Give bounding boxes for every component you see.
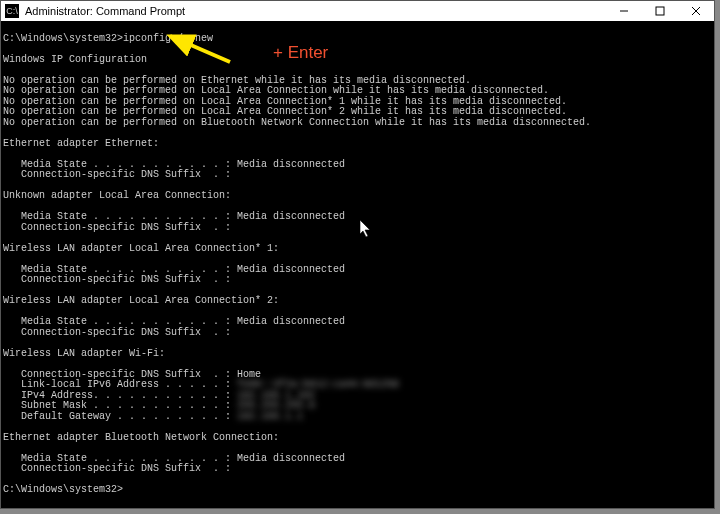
typed-command: ipconfig /renew	[123, 33, 213, 44]
cmd-icon: C:\	[5, 4, 19, 18]
section-line: Connection-specific DNS Suffix . : Home	[3, 369, 261, 380]
noop-line: No operation can be performed on Bluetoo…	[3, 117, 591, 128]
section-line: Media State . . . . . . . . . . . : Medi…	[3, 264, 345, 275]
prompt-line-1: C:\Windows\system32>ipconfig /renew	[3, 33, 213, 44]
noop-line: No operation can be performed on Local A…	[3, 85, 549, 96]
section-line: Connection-specific DNS Suffix . :	[3, 274, 231, 285]
noop-line: No operation can be performed on Etherne…	[3, 75, 471, 86]
command-prompt-window: C:\ Administrator: Command Prompt C:\Win…	[0, 0, 715, 509]
titlebar: C:\ Administrator: Command Prompt	[1, 1, 714, 21]
section-title: Wireless LAN adapter Wi-Fi:	[3, 348, 165, 359]
prompt-path: C:\Windows\system32>	[3, 33, 123, 44]
section-line: Connection-specific DNS Suffix . :	[3, 327, 231, 338]
blurred-line: Link-local IPv6 Address . . . . . : fe80…	[3, 379, 399, 390]
noop-line: No operation can be performed on Local A…	[3, 106, 567, 117]
terminal-output[interactable]: C:\Windows\system32>ipconfig /renew Wind…	[1, 21, 714, 508]
section-line: Media State . . . . . . . . . . . : Medi…	[3, 316, 345, 327]
minimize-button[interactable]	[606, 1, 642, 21]
section-line: Media State . . . . . . . . . . . : Medi…	[3, 453, 345, 464]
noop-line: No operation can be performed on Local A…	[3, 96, 567, 107]
section-line: Connection-specific DNS Suffix . :	[3, 222, 231, 233]
section-title: Wireless LAN adapter Local Area Connecti…	[3, 243, 279, 254]
section-title: Unknown adapter Local Area Connection:	[3, 190, 231, 201]
close-icon	[691, 6, 701, 16]
maximize-icon	[655, 6, 665, 16]
section-title: Ethernet adapter Ethernet:	[3, 138, 159, 149]
section-line: Connection-specific DNS Suffix . :	[3, 169, 231, 180]
close-button[interactable]	[678, 1, 714, 21]
maximize-button[interactable]	[642, 1, 678, 21]
blurred-line: Default Gateway . . . . . . . . . : 192.…	[3, 411, 303, 422]
prompt-line-2: C:\Windows\system32>	[3, 484, 123, 495]
blurred-line: IPv4 Address. . . . . . . . . . . : 192.…	[3, 390, 315, 401]
section-title: Wireless LAN adapter Local Area Connecti…	[3, 295, 279, 306]
section-line: Media State . . . . . . . . . . . : Medi…	[3, 159, 345, 170]
section-line: Media State . . . . . . . . . . . : Medi…	[3, 211, 345, 222]
section-line: Connection-specific DNS Suffix . :	[3, 463, 231, 474]
blurred-line: Subnet Mask . . . . . . . . . . . : 255.…	[3, 400, 315, 411]
section-title: Ethernet adapter Bluetooth Network Conne…	[3, 432, 279, 443]
window-title: Administrator: Command Prompt	[23, 5, 606, 17]
output-heading: Windows IP Configuration	[3, 54, 147, 65]
minimize-icon	[619, 6, 629, 16]
svg-rect-1	[656, 7, 664, 15]
